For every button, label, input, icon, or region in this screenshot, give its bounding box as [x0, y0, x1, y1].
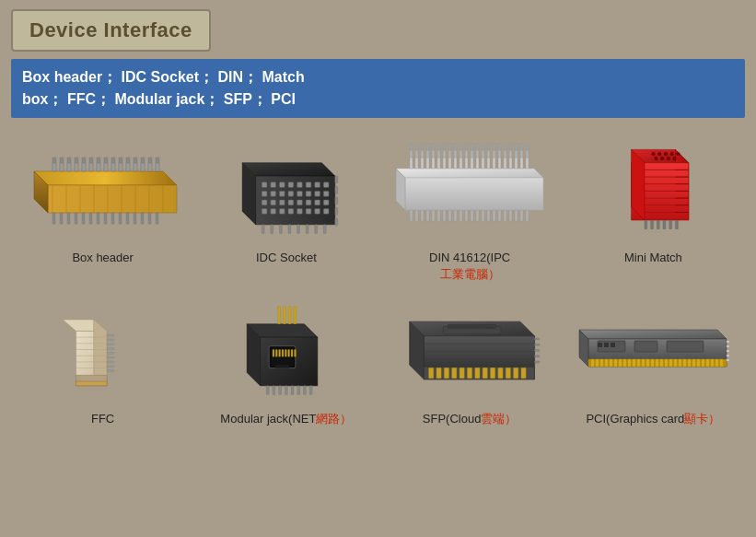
nav-din[interactable]: DIN — [218, 69, 244, 85]
svg-rect-23 — [89, 163, 93, 171]
nav-idc-socket[interactable]: IDC Socket — [122, 69, 199, 85]
svg-rect-46 — [82, 213, 85, 224]
svg-rect-147 — [504, 150, 506, 158]
svg-rect-146 — [498, 150, 501, 158]
svg-point-214 — [651, 152, 655, 156]
svg-rect-319 — [651, 359, 654, 367]
svg-rect-225 — [657, 220, 659, 229]
svg-rect-44 — [67, 213, 70, 224]
svg-rect-84 — [262, 209, 267, 215]
svg-rect-243 — [107, 348, 114, 350]
svg-rect-300 — [535, 356, 540, 357]
nav-box: Box header； IDC Socket； DIN； Match box； … — [11, 59, 745, 118]
svg-rect-80 — [297, 200, 302, 205]
svg-rect-94 — [335, 197, 338, 204]
svg-rect-259 — [285, 350, 286, 357]
svg-rect-190 — [498, 210, 501, 221]
svg-rect-262 — [294, 350, 296, 357]
svg-rect-184 — [465, 210, 468, 221]
svg-rect-257 — [278, 350, 280, 357]
svg-rect-280 — [436, 368, 441, 379]
svg-rect-96 — [335, 218, 338, 226]
svg-rect-266 — [294, 307, 297, 324]
svg-marker-106 — [405, 178, 543, 210]
svg-rect-61 — [271, 182, 276, 188]
nav-sfp[interactable]: SFP — [224, 91, 252, 107]
nav-box-header[interactable]: Box header — [22, 69, 102, 85]
svg-rect-343 — [727, 350, 729, 352]
svg-rect-19 — [60, 163, 64, 171]
svg-rect-159 — [448, 144, 451, 150]
nav-pci[interactable]: PCI — [271, 91, 296, 107]
svg-rect-188 — [487, 210, 490, 221]
svg-rect-161 — [459, 144, 462, 150]
svg-rect-271 — [291, 386, 294, 395]
svg-rect-195 — [526, 210, 529, 221]
svg-rect-178 — [432, 210, 435, 221]
svg-rect-103 — [315, 225, 318, 234]
svg-rect-312 — [619, 359, 622, 367]
svg-rect-49 — [104, 213, 107, 224]
svg-rect-153 — [415, 144, 418, 150]
svg-point-215 — [657, 152, 661, 156]
svg-rect-116 — [454, 158, 457, 169]
svg-rect-337 — [667, 341, 704, 352]
svg-rect-181 — [448, 210, 451, 221]
svg-rect-327 — [688, 359, 691, 367]
svg-rect-171 — [515, 144, 518, 150]
nav-ffc[interactable]: FFC — [67, 91, 96, 107]
product-item-sfp: SFP(Cloud雲端） — [382, 292, 558, 437]
svg-rect-50 — [111, 213, 114, 224]
svg-rect-247 — [107, 366, 114, 368]
svg-rect-339 — [604, 343, 609, 347]
nav-modular-jack[interactable]: Modular jack — [114, 91, 204, 107]
svg-rect-92 — [335, 176, 338, 183]
nav-match[interactable]: Match — [262, 69, 305, 85]
svg-rect-311 — [614, 359, 617, 367]
product-item-ffc: FFC — [15, 292, 191, 437]
nav-box[interactable]: box — [22, 91, 48, 107]
svg-rect-228 — [675, 220, 678, 229]
svg-rect-309 — [605, 359, 608, 367]
svg-rect-32 — [156, 163, 159, 171]
product-item-din-41612: DIN 41612(IPC 工業電腦） — [382, 131, 558, 292]
svg-rect-254 — [274, 365, 288, 368]
svg-rect-135 — [437, 150, 440, 158]
svg-rect-331 — [706, 359, 709, 367]
svg-rect-76 — [262, 200, 267, 205]
svg-rect-126 — [509, 158, 512, 169]
svg-rect-104 — [323, 225, 326, 234]
svg-rect-60 — [262, 182, 267, 188]
svg-rect-264 — [283, 307, 285, 324]
svg-rect-18 — [52, 163, 56, 171]
svg-rect-328 — [692, 359, 695, 367]
svg-point-219 — [654, 157, 657, 160]
nav-text: Box header； IDC Socket； DIN； Match box； … — [22, 66, 734, 111]
svg-rect-111 — [426, 158, 429, 169]
svg-marker-105 — [396, 169, 543, 178]
svg-rect-345 — [727, 359, 729, 361]
svg-rect-314 — [628, 359, 631, 367]
svg-rect-62 — [279, 182, 285, 188]
svg-rect-22 — [82, 163, 86, 171]
svg-rect-124 — [498, 158, 501, 169]
svg-point-220 — [660, 157, 664, 160]
svg-marker-0 — [34, 171, 177, 185]
svg-rect-289 — [506, 368, 510, 379]
svg-rect-117 — [459, 158, 462, 169]
svg-rect-180 — [443, 210, 446, 221]
svg-rect-30 — [141, 163, 145, 171]
box-header-svg — [25, 139, 181, 240]
svg-rect-47 — [89, 213, 92, 224]
pci-svg — [575, 302, 731, 399]
svg-rect-24 — [97, 163, 100, 171]
svg-rect-279 — [429, 368, 434, 379]
svg-rect-194 — [520, 210, 523, 221]
svg-rect-163 — [471, 144, 473, 150]
svg-rect-329 — [697, 359, 700, 367]
svg-rect-313 — [623, 359, 626, 367]
svg-rect-299 — [535, 350, 540, 352]
svg-rect-119 — [471, 158, 473, 169]
svg-rect-242 — [107, 344, 114, 345]
svg-rect-286 — [483, 368, 487, 379]
